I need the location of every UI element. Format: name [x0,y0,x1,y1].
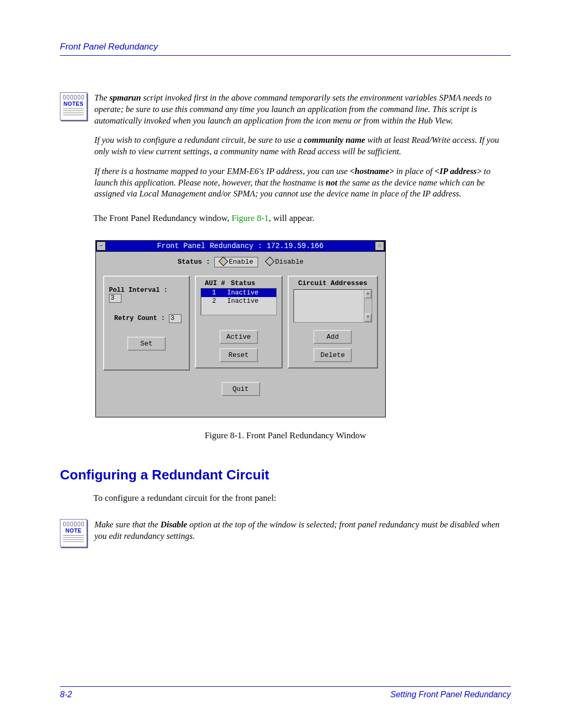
t: The Front Panel Redundancy window, [93,213,231,223]
t: The [94,93,109,103]
figure-link[interactable]: Figure 8-1 [231,213,268,223]
status-label: Status : [178,258,210,266]
retry-label: Retry Count : [114,315,165,322]
aui-list[interactable]: 1Inactive 2Inactive [201,288,277,315]
poll-label: Poll Interval : [109,287,168,294]
spmarun-term: spmarun [109,93,141,103]
aui-num: 2 [201,298,227,305]
retry-count-input[interactable]: 3 [169,314,181,323]
aui-status: Inactive [227,289,259,297]
notes-label: NOTES [63,101,84,107]
note-block: NOTE Make sure that the Disable option a… [60,519,511,547]
poll-interval-field: Poll Interval : 3 [109,287,184,303]
enable-text: Enable [229,258,253,266]
aui-header: AUI # Status [201,279,277,287]
status-row: Status : Enable Disable [96,252,385,276]
note-label: NOTE [63,527,84,534]
retry-count-field: Retry Count : 3 [114,314,184,323]
not-term: not [326,178,337,188]
scrollbar[interactable]: ▴ ▾ [364,290,372,322]
figure-caption: Figure 8-1. Front Panel Redundancy Windo… [60,430,511,441]
status-enable-option[interactable]: Enable [214,257,258,267]
note-para-1: The spmarun script invoked first in the … [94,92,511,126]
aui-status: Inactive [227,298,259,305]
section-lead: To configure a redundant circuit for the… [93,492,511,504]
chapter-title: Setting Front Panel Redundancy [390,690,511,699]
t: script invoked first in the above comman… [94,93,492,126]
t: Make sure that the [94,520,161,529]
t: If there is a hostname mapped to your EM… [94,166,350,176]
page-header: Front Panel Redundancy [60,42,511,56]
note-para-3: If there is a hostname mapped to your EM… [94,166,511,200]
delete-button[interactable]: Delete [313,348,352,362]
notes-icon: NOTES [60,92,87,120]
radio-icon [265,256,274,266]
note-text-2: Make sure that the Disable option at the… [94,519,511,542]
page-footer: 8-2 Setting Front Panel Redundancy [60,686,511,699]
note-para-2: If you wish to configure a redundant cir… [94,134,511,157]
circuit-header: Circuit Addresses [293,279,372,287]
window-menu-button[interactable]: − [96,241,106,251]
notes-text: The spmarun script invoked first in the … [94,92,511,200]
radio-icon [218,256,228,266]
ip-term: <IP address> [435,166,482,176]
t: in place of [394,166,435,176]
disable-text: Disable [275,258,304,266]
lead-paragraph: The Front Panel Redundancy window, Figur… [93,213,511,225]
status-disable-option[interactable]: Disable [262,258,304,266]
notes-block: NOTES The spmarun script invoked first i… [60,92,511,200]
section-heading: Configuring a Redundant Circuit [60,467,511,483]
aui-row[interactable]: 2Inactive [201,297,276,305]
active-button[interactable]: Active [219,330,258,344]
window-max-button[interactable]: □ [375,241,384,251]
reset-button[interactable]: Reset [219,348,258,362]
set-button[interactable]: Set [127,337,166,351]
aui-panel: AUI # Status 1Inactive 2Inactive Active … [195,276,283,368]
quit-button[interactable]: Quit [222,382,260,396]
circuit-panel: Circuit Addresses ▴ ▾ Add Delete [288,276,378,368]
scroll-up-icon[interactable]: ▴ [364,290,372,299]
circuit-listbox[interactable]: ▴ ▾ [293,289,372,323]
note-icon: NOTE [60,519,87,547]
community-name-term: community name [304,135,365,145]
screenshot-window: − Front Panel Redundancy : 172.19.59.166… [95,240,386,417]
aui-num-head: AUI # [201,279,231,287]
disable-term: Disable [161,520,187,529]
aui-status-head: Status [231,279,255,287]
t: If you wish to configure a redundant cir… [94,135,304,145]
aui-num: 1 [201,289,227,297]
window-title: Front Panel Redundancy : 172.19.59.166 [106,242,374,250]
titlebar: − Front Panel Redundancy : 172.19.59.166… [95,240,385,252]
hostname-term: <hostname> [350,166,394,176]
t: , will appear. [268,213,314,223]
scroll-down-icon[interactable]: ▾ [364,313,372,322]
poll-panel: Poll Interval : 3 Retry Count : 3 Set [103,276,190,371]
add-button[interactable]: Add [313,330,352,344]
page-number: 8-2 [60,690,72,699]
poll-interval-input[interactable]: 3 [109,294,121,303]
aui-row-selected[interactable]: 1Inactive [201,289,276,297]
